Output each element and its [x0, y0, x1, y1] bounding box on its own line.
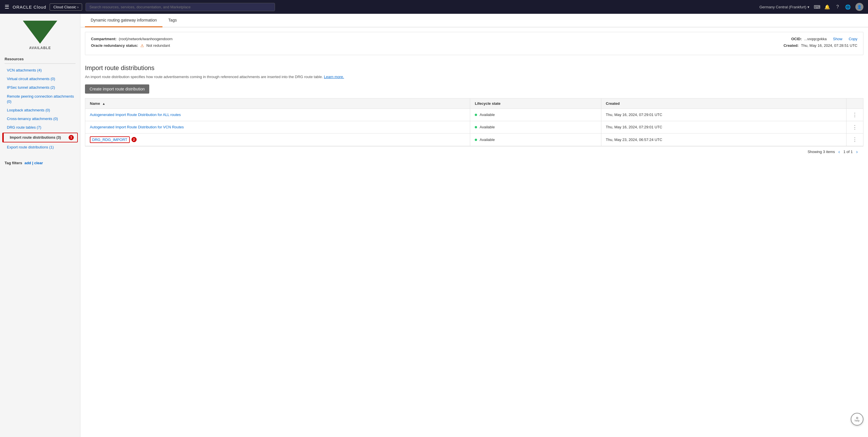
row-3-name-cell: DRG_RDG_IMPORT 2: [85, 133, 470, 146]
row-1-lifecycle-cell: Available: [470, 108, 601, 121]
resources-section-title: Resources: [0, 55, 80, 62]
redundancy-value: Not redundant: [146, 43, 170, 48]
main-layout: AVAILABLE Resources VCN attachments (4) …: [0, 0, 868, 437]
table-body: Autogenerated Import Route Distribution …: [85, 108, 863, 146]
info-row-1: Compartment: (root)/network/iwanhoogendo…: [91, 37, 857, 41]
sidebar-logo-area: AVAILABLE: [0, 19, 80, 55]
row-1-name-link[interactable]: Autogenerated Import Route Distribution …: [90, 113, 181, 117]
route-distributions-section: Import route distributions An import rou…: [81, 60, 868, 162]
globe-icon[interactable]: 🌐: [845, 4, 851, 10]
row-1-lifecycle-value: Available: [479, 113, 495, 117]
terminal-icon[interactable]: ⌨: [814, 4, 820, 10]
table-header-row: Name ▲ Lifecycle state Created: [85, 98, 863, 108]
drg-shape-icon: [23, 21, 57, 44]
row-2-status-dot: [475, 126, 477, 128]
pagination-prev-button[interactable]: ‹: [837, 149, 841, 154]
help-widget[interactable]: ⊞ help: [851, 413, 863, 426]
row-1-status-dot: [475, 114, 477, 116]
showing-items-label: Showing 3 items: [807, 150, 835, 154]
sidebar-item-export-route-distributions[interactable]: Export route distributions (1): [0, 143, 80, 152]
help-icon[interactable]: ?: [835, 4, 840, 10]
tag-filters-section: Tag filters add | clear: [0, 156, 80, 171]
created-info: Created: Thu, May 16, 2024, 07:28:51 UTC: [784, 43, 857, 48]
tag-filters-add-link[interactable]: add: [24, 161, 31, 165]
pagination-next-button[interactable]: ›: [855, 149, 859, 154]
ocid-label: OCID:: [792, 37, 802, 41]
cloud-classic-button[interactable]: Cloud Classic ›: [50, 3, 82, 11]
search-input[interactable]: [86, 3, 275, 11]
tag-filters-title: Tag filters add | clear: [5, 161, 75, 165]
drg-info-panel: Compartment: (root)/network/iwanhoogendo…: [85, 32, 863, 55]
region-chevron-icon: ▾: [807, 5, 809, 9]
tab-tags[interactable]: Tags: [162, 14, 183, 27]
row-3-name-with-badge: DRG_RDG_IMPORT 2: [90, 136, 465, 143]
column-header-name[interactable]: Name ▲: [85, 98, 470, 108]
sidebar-item-loopback-attachments[interactable]: Loopback attachments (0): [0, 106, 80, 115]
column-header-lifecycle-state: Lifecycle state: [470, 98, 601, 108]
sidebar-item-virtual-circuit-attachments[interactable]: Virtual circuit attachments (0): [0, 75, 80, 83]
row-1-name-cell: Autogenerated Import Route Distribution …: [85, 108, 470, 121]
row-1-created-cell: Thu, May 16, 2024, 07:29:01 UTC: [601, 108, 846, 121]
ocid-info: OCID: ...vxqqcgvkka Show Copy: [792, 37, 858, 41]
row-3-name-link[interactable]: DRG_RDG_IMPORT: [92, 137, 127, 142]
user-avatar[interactable]: 👤: [856, 3, 863, 11]
compartment-info: Compartment: (root)/network/iwanhoogendo…: [91, 37, 173, 41]
route-distributions-table: Name ▲ Lifecycle state Created Autogener…: [85, 98, 863, 146]
status-badge: AVAILABLE: [29, 46, 51, 50]
region-label: Germany Central (Frankfurt): [760, 5, 806, 9]
sidebar-divider: [5, 63, 75, 64]
row-3-status-dot: [475, 139, 477, 141]
sidebar-item-drg-route-tables[interactable]: DRG route tables (7): [0, 123, 80, 132]
sidebar-badge-1: 1: [69, 135, 74, 140]
row-3-actions-cell: ⋮: [846, 133, 863, 146]
ocid-show-link[interactable]: Show: [833, 37, 842, 41]
sidebar-item-import-route-distributions-wrapper: Import route distributions (3) 1: [2, 133, 78, 143]
table-row: DRG_RDG_IMPORT 2 Available Thu, May 23, …: [85, 133, 863, 146]
sidebar-item-remote-peering[interactable]: Remote peering connection attachments (0…: [0, 92, 80, 106]
row-1-actions-button[interactable]: ⋮: [851, 112, 859, 118]
sidebar-item-cross-tenancy-attachments[interactable]: Cross-tenancy attachments (0): [0, 115, 80, 123]
oracle-logo: ORACLE Cloud: [12, 5, 46, 9]
section-title: Import route distributions: [85, 64, 863, 72]
hamburger-menu-icon[interactable]: ☰: [5, 4, 9, 10]
row-3-lifecycle-value: Available: [479, 137, 495, 142]
compartment-label: Compartment:: [91, 37, 117, 41]
bell-icon[interactable]: 🔔: [825, 4, 830, 10]
top-navigation: ☰ ORACLE Cloud Cloud Classic › Germany C…: [0, 0, 868, 14]
create-import-route-distribution-button[interactable]: Create import route distribution: [85, 85, 149, 94]
sidebar-item-import-route-distributions[interactable]: Import route distributions (3) 1: [3, 133, 77, 142]
row-2-name-link[interactable]: Autogenerated Import Route Distribution …: [90, 125, 184, 129]
sidebar-item-ipsec-tunnel-attachments[interactable]: IPSec tunnel attachments (2): [0, 83, 80, 92]
compartment-value: (root)/network/iwanhoogendoorn: [119, 37, 173, 41]
row-2-name-cell: Autogenerated Import Route Distribution …: [85, 121, 470, 133]
row-3-actions-button[interactable]: ⋮: [851, 136, 859, 143]
warning-icon: ⚠: [141, 43, 144, 48]
row-2-lifecycle-value: Available: [479, 125, 495, 129]
table-row: Autogenerated Import Route Distribution …: [85, 121, 863, 133]
table-row: Autogenerated Import Route Distribution …: [85, 108, 863, 121]
created-label: Created:: [784, 43, 799, 48]
redundancy-info: Oracle redundancy status: ⚠ Not redundan…: [91, 43, 170, 48]
pagination-label: 1 of 1: [843, 150, 853, 154]
sort-arrow-icon: ▲: [102, 102, 105, 105]
tag-filters-clear-link[interactable]: clear: [34, 161, 43, 165]
tab-drg-info[interactable]: Dynamic routing gateway information: [85, 14, 162, 27]
column-header-actions: [846, 98, 863, 108]
sidebar-item-vcn-attachments[interactable]: VCN attachments (4): [0, 66, 80, 75]
main-content: Dynamic routing gateway information Tags…: [81, 14, 868, 437]
help-widget-icon: ⊞ help: [855, 416, 859, 422]
table-footer: Showing 3 items ‹ 1 of 1 ›: [85, 146, 863, 157]
row-2-created-cell: Thu, May 16, 2024, 07:29:01 UTC: [601, 121, 846, 133]
row-3-lifecycle-cell: Available: [470, 133, 601, 146]
tag-filters-links: add | clear: [24, 161, 43, 165]
region-selector[interactable]: Germany Central (Frankfurt) ▾: [760, 5, 809, 9]
row-1-actions-cell: ⋮: [846, 108, 863, 121]
ocid-copy-link[interactable]: Copy: [849, 37, 857, 41]
learn-more-link[interactable]: Learn more.: [324, 75, 344, 79]
sidebar: AVAILABLE Resources VCN attachments (4) …: [0, 14, 81, 437]
row-2-actions-button[interactable]: ⋮: [851, 124, 859, 130]
column-header-created: Created: [601, 98, 846, 108]
nav-right: Germany Central (Frankfurt) ▾ ⌨ 🔔 ? 🌐 👤: [760, 3, 863, 11]
row-3-created-cell: Thu, May 23, 2024, 06:57:24 UTC: [601, 133, 846, 146]
row-2-actions-cell: ⋮: [846, 121, 863, 133]
